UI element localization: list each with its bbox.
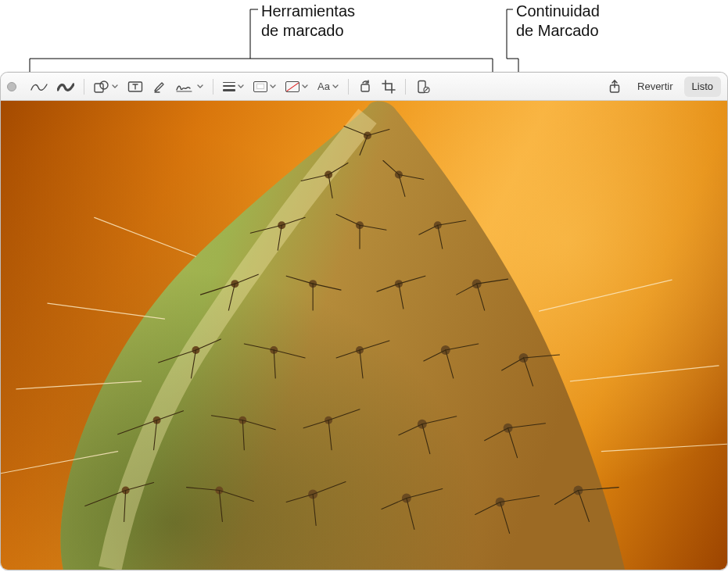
toolbar-separator xyxy=(213,79,213,95)
stroke-lines-icon xyxy=(223,82,235,91)
svg-rect-12 xyxy=(361,84,369,91)
callout-markup-tools: Herramientas de marcado xyxy=(261,2,355,41)
markup-window: Aa xyxy=(0,72,728,570)
border-color-tool[interactable] xyxy=(249,77,281,97)
crop-tool[interactable] xyxy=(377,77,400,97)
shapes-icon xyxy=(94,80,109,93)
fill-color-tool[interactable] xyxy=(281,77,313,97)
svg-line-120 xyxy=(95,217,196,256)
device-annotate-icon xyxy=(415,80,431,94)
svg-line-125 xyxy=(570,366,719,381)
revert-button[interactable]: Revertir xyxy=(629,77,681,97)
highlighter-icon xyxy=(152,80,167,94)
toolbar-separator xyxy=(84,79,84,95)
image-canvas[interactable] xyxy=(1,101,727,570)
toolbar-separator xyxy=(348,79,349,95)
draw-tool[interactable] xyxy=(52,77,79,97)
markup-continuity-tool[interactable] xyxy=(411,77,436,97)
svg-line-126 xyxy=(601,444,727,452)
chevron-down-icon xyxy=(270,84,276,89)
border-swatch-icon xyxy=(253,81,267,92)
chevron-down-icon xyxy=(197,84,203,89)
callout-continuity: Continuidad de Marcado xyxy=(516,2,600,41)
svg-point-10 xyxy=(100,81,108,89)
sketch-icon xyxy=(30,80,48,93)
svg-line-124 xyxy=(540,280,672,311)
done-button[interactable]: Listo xyxy=(684,77,721,97)
text-style-tool[interactable]: Aa xyxy=(313,77,343,97)
sketch-tool[interactable] xyxy=(26,77,52,97)
chevron-down-icon xyxy=(112,84,118,89)
shapes-tool[interactable] xyxy=(89,77,123,97)
window-close-dot[interactable] xyxy=(7,82,16,91)
highlight-tool[interactable] xyxy=(148,77,171,97)
font-label: Aa xyxy=(317,80,330,92)
rotate-tool[interactable] xyxy=(353,77,377,97)
toolbar-separator xyxy=(405,79,406,95)
text-tool[interactable] xyxy=(123,77,148,97)
stroke-style-tool[interactable] xyxy=(218,77,249,97)
rotate-icon xyxy=(358,80,372,94)
signature-icon xyxy=(176,80,195,93)
crop-icon xyxy=(382,80,396,94)
chevron-down-icon xyxy=(332,84,339,89)
cactus-photo xyxy=(1,101,727,570)
sign-tool[interactable] xyxy=(171,77,208,97)
markup-toolbar: Aa xyxy=(1,73,727,101)
share-button[interactable] xyxy=(603,77,626,97)
textbox-icon xyxy=(127,80,143,93)
chevron-down-icon xyxy=(238,84,244,89)
svg-line-121 xyxy=(48,303,165,319)
share-icon xyxy=(608,80,621,94)
fill-none-icon xyxy=(285,81,299,92)
draw-icon xyxy=(57,80,74,93)
chevron-down-icon xyxy=(302,84,308,89)
